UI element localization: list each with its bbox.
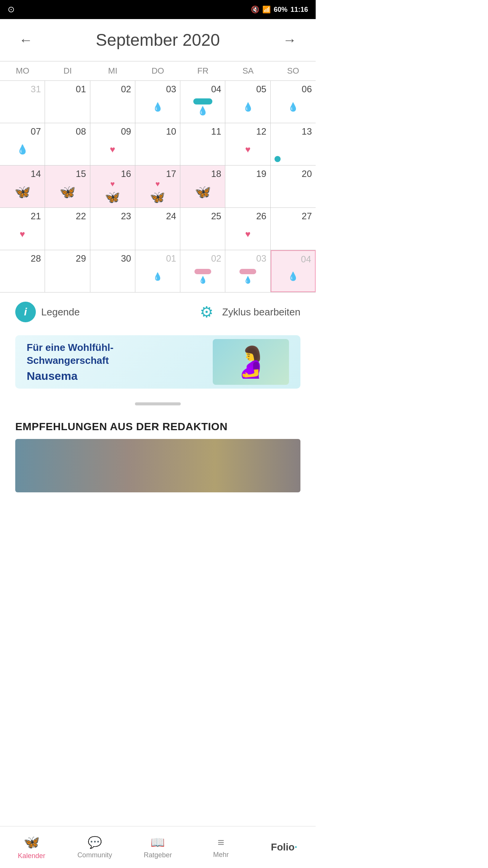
pill-pink-icon <box>239 269 256 274</box>
weekday-mo: MO <box>0 61 45 80</box>
day-cell[interactable]: 13 <box>271 123 316 165</box>
day-cell[interactable]: 27 <box>271 208 316 250</box>
time-label: 11:16 <box>291 6 308 14</box>
week-row: 14 🦋 15 🦋 16 ♥ 🦋 17 ♥ 🦋 18 <box>0 166 316 208</box>
day-cell[interactable]: 09 ♥ <box>90 123 135 165</box>
day-cell-today[interactable]: 04 💧 <box>271 250 316 292</box>
folio-dot: · <box>295 841 297 853</box>
day-cell[interactable]: 08 <box>45 123 90 165</box>
legend-button[interactable]: i Legende <box>15 302 80 322</box>
day-cell[interactable]: 22 <box>45 208 90 250</box>
ratgeber-label: Ratgeber <box>144 851 172 859</box>
ratgeber-icon: 📖 <box>151 836 165 849</box>
day-cell[interactable]: 07 💧 <box>0 123 45 165</box>
week-row: 28 29 30 01 💧 02 💧 03 💧 <box>0 250 316 293</box>
day-cell[interactable]: 06 💧 <box>271 81 316 123</box>
day-cell[interactable]: 21 ♥ <box>0 208 45 250</box>
day-cell[interactable]: 03 💧 <box>135 81 180 123</box>
day-cell[interactable]: 03 💧 <box>225 250 270 292</box>
battery-label: 60% <box>274 6 287 14</box>
recommendation-image[interactable] <box>15 439 300 492</box>
nav-mehr[interactable]: ≡ Mehr <box>189 836 253 859</box>
bottom-nav: 🦋 Kalender 💬 Community 📖 Ratgeber ≡ Mehr… <box>0 826 316 868</box>
weekday-row: MO DI MI DO FR SA SO <box>0 61 316 81</box>
day-cell[interactable]: 16 ♥ 🦋 <box>90 166 135 207</box>
day-cell[interactable]: 01 <box>45 81 90 123</box>
weekday-sa: SA <box>225 61 270 80</box>
day-cell[interactable]: 14 🦋 <box>0 166 45 207</box>
mute-icon: 🔇 <box>251 5 259 14</box>
day-cell[interactable]: 24 <box>135 208 180 250</box>
calendar-header: ← September 2020 → <box>0 19 316 61</box>
pill-pink-icon <box>194 269 211 274</box>
drop-light-icon: 💧 <box>199 276 207 284</box>
week-row: 31 01 02 03 💧 04 💧 05 💧 06 <box>0 81 316 123</box>
legend-label: Legende <box>41 306 80 318</box>
heart-icon: ♥ <box>20 229 25 240</box>
scroll-bar <box>135 402 181 405</box>
day-cell[interactable]: 02 <box>90 81 135 123</box>
nav-ratgeber[interactable]: 📖 Ratgeber <box>126 836 189 859</box>
heart-icon: ♥ <box>245 229 250 240</box>
day-cell[interactable]: 18 🦋 <box>180 166 225 207</box>
week-row: 07 💧 08 09 ♥ 10 11 12 ♥ 13 <box>0 123 316 166</box>
heart-icon: ♥ <box>245 144 250 155</box>
heart-icon: ♥ <box>156 180 160 188</box>
day-cell[interactable]: 17 ♥ 🦋 <box>135 166 180 207</box>
kalender-icon: 🦋 <box>24 834 40 850</box>
mehr-label: Mehr <box>213 851 229 859</box>
day-cell[interactable]: 02 💧 <box>180 250 225 292</box>
drop-light-icon: 💧 <box>244 276 252 284</box>
day-cell[interactable]: 20 <box>271 166 316 207</box>
day-cell[interactable]: 10 <box>135 123 180 165</box>
kalender-label: Kalender <box>18 852 45 860</box>
dot-teal-icon <box>274 156 281 162</box>
heart-icon: ♥ <box>110 180 115 188</box>
day-cell[interactable]: 12 ♥ <box>225 123 270 165</box>
wifi-icon: 📶 <box>262 5 271 14</box>
nav-kalender[interactable]: 🦋 Kalender <box>0 834 63 860</box>
drop-dark-icon: 💧 <box>17 144 28 155</box>
community-label: Community <box>77 851 112 859</box>
day-cell[interactable]: 15 🦋 <box>45 166 90 207</box>
day-cell[interactable]: 19 <box>225 166 270 207</box>
day-cell[interactable]: 25 <box>180 208 225 250</box>
weekday-so: SO <box>271 61 316 80</box>
drop-light-icon: 💧 <box>153 272 162 281</box>
prev-month-button[interactable]: ← <box>19 32 33 48</box>
heart-icon: ♥ <box>110 144 115 155</box>
calendar: MO DI MI DO FR SA SO 31 01 02 03 💧 04 💧 <box>0 61 316 293</box>
status-right: 🔇 📶 60% 11:16 <box>251 5 308 14</box>
gear-icon: ⚙ <box>196 302 217 322</box>
pregnant-figure: 🤰 <box>232 344 270 380</box>
day-cell[interactable]: 01 💧 <box>135 250 180 292</box>
weekday-di: DI <box>45 61 90 80</box>
day-cell[interactable]: 23 <box>90 208 135 250</box>
drop-dark-icon: 💧 <box>197 106 208 116</box>
scroll-indicator <box>0 396 316 411</box>
butterfly-icon: 🦋 <box>59 184 75 199</box>
day-cell[interactable]: 05 💧 <box>225 81 270 123</box>
day-cell[interactable]: 29 <box>45 250 90 292</box>
edit-cycle-button[interactable]: ⚙ Zyklus bearbeiten <box>196 302 300 322</box>
ad-brand: Nausema <box>27 370 133 383</box>
week-row: 21 ♥ 22 23 24 25 26 ♥ 27 <box>0 208 316 250</box>
ad-banner[interactable]: Für eine Wohlfühl-Schwangerschaft Nausem… <box>15 335 300 389</box>
day-cell[interactable]: 30 <box>90 250 135 292</box>
status-bar: ⊙ 🔇 📶 60% 11:16 <box>0 0 316 19</box>
pill-teal-icon <box>193 98 212 104</box>
day-cell[interactable]: 04 💧 <box>180 81 225 123</box>
weekday-mi: MI <box>90 61 135 80</box>
butterfly-icon: 🦋 <box>14 184 30 199</box>
day-cell[interactable]: 26 ♥ <box>225 208 270 250</box>
nav-community[interactable]: 💬 Community <box>63 836 127 859</box>
edit-label: Zyklus bearbeiten <box>222 306 300 318</box>
section-title: EMPFEHLUNGEN AUS DER REDAKTION <box>0 411 316 439</box>
next-month-button[interactable]: → <box>283 32 297 48</box>
mehr-icon: ≡ <box>218 836 225 849</box>
day-cell[interactable]: 31 <box>0 81 45 123</box>
day-cell[interactable]: 11 <box>180 123 225 165</box>
day-cell[interactable]: 28 <box>0 250 45 292</box>
community-icon: 💬 <box>88 836 102 849</box>
chrome-icon: ⊙ <box>8 5 14 14</box>
